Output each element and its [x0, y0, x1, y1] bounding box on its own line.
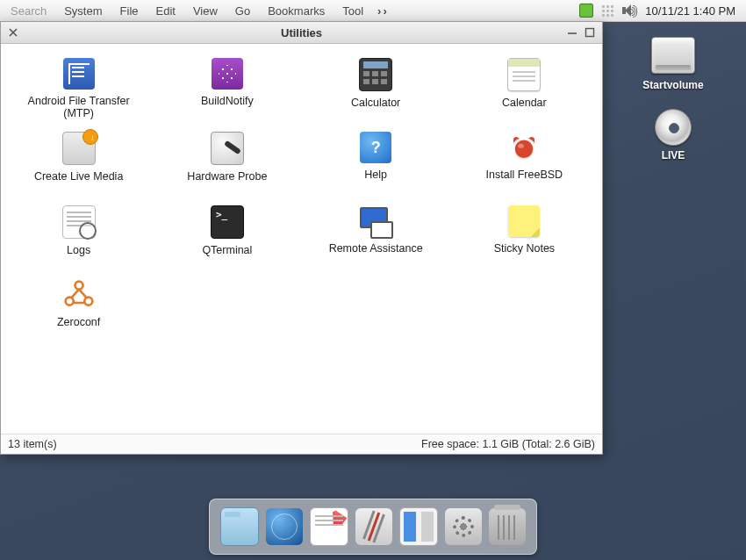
app-install-freebsd[interactable]: Install FreeBSD [450, 128, 599, 202]
apps-grid-icon[interactable] [602, 5, 613, 17]
status-free-space: Free space: 1.1 GiB (Total: 2.6 GiB) [421, 438, 595, 450]
global-search[interactable]: Search [5, 4, 55, 18]
app-logs[interactable]: Logs [4, 202, 153, 276]
buildnotify-icon [212, 58, 243, 90]
menu-go[interactable]: Go [226, 4, 259, 18]
app-android-file-transfer[interactable]: Android File Transfer (MTP) [4, 54, 153, 128]
app-calculator[interactable]: Calculator [302, 54, 450, 128]
dock-trash[interactable] [489, 508, 526, 545]
utilities-window: Utilities Android File Transfer (MTP)Bui… [0, 21, 603, 455]
sticky-notes-label: Sticky Notes [494, 242, 555, 255]
calendar-icon [507, 58, 541, 91]
calculator-label: Calculator [351, 97, 400, 109]
zeroconf-icon [63, 279, 95, 311]
dock-tiling[interactable] [399, 507, 438, 546]
remote-assistance-label: Remote Assistance [329, 242, 423, 255]
help-icon: ? [360, 132, 391, 163]
svg-rect-1 [586, 29, 594, 37]
install-freebsd-label: Install FreeBSD [486, 169, 563, 181]
window-title: Utilities [1, 26, 602, 39]
app-buildnotify[interactable]: BuildNotify [153, 54, 301, 128]
desktop-live[interactable]: LIVE [625, 109, 721, 162]
calculator-icon [359, 58, 392, 91]
desktop-live-label: LIVE [662, 149, 685, 162]
create-live-media-label: Create Live Media [34, 170, 123, 183]
app-calendar[interactable]: Calendar [450, 54, 599, 128]
dock-editor[interactable] [310, 507, 348, 546]
menu-overflow-icon[interactable]: ›› [372, 4, 394, 18]
menu-edit[interactable]: Edit [147, 4, 184, 18]
qterminal-icon [211, 205, 244, 239]
create-live-media-icon: ↓ [62, 132, 96, 165]
volume-icon[interactable] [622, 4, 636, 17]
app-remote-assistance[interactable]: Remote Assistance [302, 202, 450, 276]
help-label: Help [364, 169, 387, 181]
sticky-notes-icon [508, 205, 540, 237]
menu-file[interactable]: File [111, 4, 147, 18]
titlebar[interactable]: Utilities [1, 22, 602, 44]
dock-browser[interactable] [266, 508, 303, 545]
clock[interactable]: 10/11/21 1:40 PM [645, 4, 737, 18]
harddrive-icon [651, 37, 695, 74]
calendar-label: Calendar [502, 97, 547, 109]
qterminal-label: QTerminal [202, 244, 252, 256]
desktop-startvolume[interactable]: Startvolume [625, 37, 721, 91]
dock-settings[interactable] [445, 508, 482, 545]
svg-point-2 [515, 140, 533, 158]
hardware-probe-icon [211, 132, 244, 165]
window-close-button[interactable] [4, 28, 22, 37]
app-sticky-notes[interactable]: Sticky Notes [450, 202, 599, 276]
svg-point-3 [519, 144, 525, 148]
app-qterminal[interactable]: QTerminal [153, 202, 301, 276]
menu-system[interactable]: System [55, 4, 111, 18]
zeroconf-label: Zeroconf [57, 316, 100, 328]
dock-files[interactable] [220, 507, 259, 546]
install-freebsd-icon [508, 132, 540, 163]
cd-icon [652, 109, 694, 144]
system-tray: 10/11/21 1:40 PM [579, 4, 741, 18]
buildnotify-label: BuildNotify [201, 95, 254, 107]
desktop-startvolume-label: Startvolume [642, 79, 703, 91]
svg-point-4 [75, 282, 82, 290]
remote-assistance-icon [360, 205, 391, 237]
window-minimize-button[interactable] [563, 28, 581, 37]
android-file-transfer-icon [63, 58, 95, 90]
logs-label: Logs [67, 244, 90, 256]
dock [209, 499, 537, 555]
menu-bookmarks[interactable]: Bookmarks [259, 4, 334, 18]
menu-tool[interactable]: Tool [334, 4, 372, 18]
menubar: Search System File Edit View Go Bookmark… [0, 0, 746, 22]
battery-icon[interactable] [579, 4, 593, 18]
app-zeroconf[interactable]: Zeroconf [4, 276, 153, 349]
hardware-probe-label: Hardware Probe [187, 170, 267, 183]
app-hardware-probe[interactable]: Hardware Probe [153, 128, 301, 202]
logs-icon [62, 205, 96, 239]
statusbar: 13 item(s) Free space: 1.1 GiB (Total: 2… [1, 434, 602, 454]
status-item-count: 13 item(s) [8, 438, 57, 450]
window-maximize-button[interactable] [581, 27, 599, 38]
android-file-transfer-label: Android File Transfer (MTP) [13, 95, 145, 120]
app-grid: Android File Transfer (MTP)BuildNotifyCa… [1, 44, 602, 434]
dock-utilities[interactable] [355, 508, 392, 545]
menu-view[interactable]: View [184, 4, 226, 18]
app-create-live-media[interactable]: ↓Create Live Media [4, 128, 153, 202]
app-help[interactable]: ?Help [302, 128, 450, 202]
